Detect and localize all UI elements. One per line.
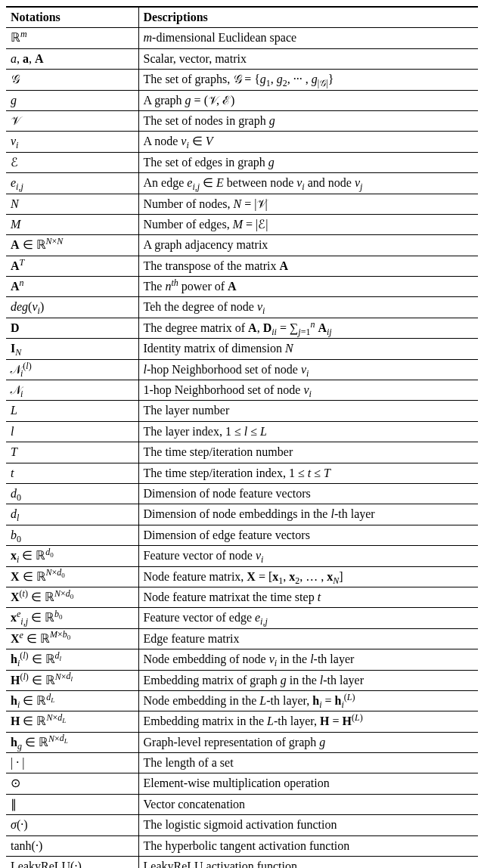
table-row: ⊙Element-wise multiplication operation xyxy=(6,773,478,794)
description-cell: m-dimensional Euclidean space xyxy=(138,28,478,48)
notation-cell: A ∈ ℝN×N xyxy=(6,235,138,256)
table-row: 𝒢The set of graphs, 𝒢 = {g1, g2, ··· , g… xyxy=(6,70,478,90)
notation-cell: X ∈ ℝN×d0 xyxy=(6,566,138,587)
notation-cell: b0 xyxy=(6,525,138,545)
description-cell: The set of graphs, 𝒢 = {g1, g2, ··· , g|… xyxy=(138,70,478,90)
description-cell: Vector concatenation xyxy=(138,794,478,814)
table-row: gA graph g = (𝒱, ℰ) xyxy=(6,90,478,110)
table-row: ℝmm-dimensional Euclidean space xyxy=(6,28,478,48)
table-row: AnThe nth power of A xyxy=(6,277,478,297)
description-cell: Identity matrix of dimension N xyxy=(138,339,478,359)
notation-cell: dl xyxy=(6,504,138,525)
table-row: H(l) ∈ ℝN×dlEmbedding matrix of graph g … xyxy=(6,670,478,690)
table-row: NNumber of nodes, N = |𝒱| xyxy=(6,194,478,214)
description-cell: Number of edges, M = |ℰ| xyxy=(138,214,478,234)
table-row: b0Dimension of edge feature vectors xyxy=(6,525,478,545)
description-cell: Edge feature matrix xyxy=(138,628,478,649)
table-row: A ∈ ℝN×NA graph adjacency matrix xyxy=(6,235,478,256)
notation-cell: hi ∈ ℝdL xyxy=(6,690,138,711)
notation-cell: ℰ xyxy=(6,152,138,172)
description-cell: The layer index, 1 ≤ l ≤ L xyxy=(138,421,478,442)
description-cell: Teh the degree of node vi xyxy=(138,297,478,318)
table-row: MNumber of edges, M = |ℰ| xyxy=(6,214,478,234)
description-cell: The hyperbolic tangent activation functi… xyxy=(138,835,478,856)
description-cell: Graph-level representation of graph g xyxy=(138,732,478,752)
notation-cell: X(t) ∈ ℝN×d0 xyxy=(6,587,138,607)
description-cell: An edge ei,j ∈ E between node vi and nod… xyxy=(138,173,478,194)
notation-cell: vi xyxy=(6,132,138,152)
description-cell: The time step/iteration number xyxy=(138,442,478,463)
notation-cell: N xyxy=(6,194,138,214)
notation-cell: | · | xyxy=(6,753,138,773)
notation-cell: AT xyxy=(6,256,138,276)
description-cell: A graph adjacency matrix xyxy=(138,235,478,256)
table-row: tThe time step/iteration index, 1 ≤ t ≤ … xyxy=(6,463,478,483)
description-cell: Dimension of node feature vectors xyxy=(138,483,478,504)
description-cell: Element-wise multiplication operation xyxy=(138,773,478,794)
table-row: X ∈ ℝN×d0Node feature matrix, X = [x1, x… xyxy=(6,566,478,587)
notation-cell: 𝒱 xyxy=(6,110,138,131)
notation-cell: H ∈ ℝN×dL xyxy=(6,711,138,732)
table-row: hi ∈ ℝdLNode embedding in the L-th layer… xyxy=(6,690,478,711)
notation-cell: 𝒩i xyxy=(6,380,138,401)
notation-cell: d0 xyxy=(6,483,138,504)
notation-cell: hg ∈ ℝN×dL xyxy=(6,732,138,752)
notation-cell: An xyxy=(6,277,138,297)
table-row: ℰThe set of edges in graph g xyxy=(6,152,478,172)
notation-cell: l xyxy=(6,421,138,442)
description-cell: 1-hop Neighborhood set of node vi xyxy=(138,380,478,401)
table-row: dlDimension of node embeddings in the l-… xyxy=(6,504,478,525)
table-row: | · |The length of a set xyxy=(6,753,478,773)
notation-cell: xi ∈ ℝd0 xyxy=(6,546,138,566)
table-row: H ∈ ℝN×dLEmbedding matrix in the L-th la… xyxy=(6,711,478,732)
description-cell: Embedding matrix in the L-th layer, H = … xyxy=(138,711,478,732)
notation-cell: LeakyReLU(·) xyxy=(6,857,138,868)
notation-cell: ∥ xyxy=(6,794,138,814)
table-row: ei,jAn edge ei,j ∈ E between node vi and… xyxy=(6,173,478,194)
table-row: σ(·)The logistic sigmoid activation func… xyxy=(6,815,478,835)
notation-cell: ℝm xyxy=(6,28,138,48)
description-cell: Node embedding in the L-th layer, hi = h… xyxy=(138,690,478,711)
table-row: X(t) ∈ ℝN×d0Node feature matrixat the ti… xyxy=(6,587,478,607)
table-row: DThe degree matrix of A, Dii = ∑j=1n Aij xyxy=(6,318,478,338)
description-cell: Node feature matrixat the time step t xyxy=(138,587,478,607)
table-row: TThe time step/iteration number xyxy=(6,442,478,463)
description-cell: The layer number xyxy=(138,401,478,421)
notation-cell: 𝒩i(l) xyxy=(6,359,138,380)
table-row: hi(l) ∈ ℝdlNode embedding of node vi in … xyxy=(6,649,478,670)
table-row: tanh(·)The hyperbolic tangent activation… xyxy=(6,835,478,856)
description-cell: Dimension of edge feature vectors xyxy=(138,525,478,545)
notation-cell: xei,j ∈ ℝb0 xyxy=(6,608,138,628)
notation-cell: T xyxy=(6,442,138,463)
notation-cell: IN xyxy=(6,339,138,359)
description-cell: The nth power of A xyxy=(138,277,478,297)
description-cell: The set of nodes in graph g xyxy=(138,110,478,131)
notation-cell: 𝒢 xyxy=(6,70,138,90)
description-cell: A graph g = (𝒱, ℰ) xyxy=(138,90,478,110)
description-cell: The length of a set xyxy=(138,753,478,773)
table-header-row: Notations Descriptions xyxy=(6,7,478,28)
description-cell: Scalar, vector, matrix xyxy=(138,48,478,69)
description-cell: Embedding matrix of graph g in the l-th … xyxy=(138,670,478,690)
notation-cell: tanh(·) xyxy=(6,835,138,856)
notation-cell: M xyxy=(6,214,138,234)
description-cell: Feature vector of node vi xyxy=(138,546,478,566)
table-row: lThe layer index, 1 ≤ l ≤ L xyxy=(6,421,478,442)
description-cell: The transpose of the matrix A xyxy=(138,256,478,276)
table-row: xei,j ∈ ℝb0Feature vector of edge ei,j xyxy=(6,608,478,628)
notation-cell: L xyxy=(6,401,138,421)
description-cell: The degree matrix of A, Dii = ∑j=1n Aij xyxy=(138,318,478,338)
description-cell: LeakyReLU activation function xyxy=(138,857,478,868)
description-cell: Node embedding of node vi in the l-th la… xyxy=(138,649,478,670)
table-row: LThe layer number xyxy=(6,401,478,421)
table-row: LeakyReLU(·)LeakyReLU activation functio… xyxy=(6,857,478,868)
table-row: ATThe transpose of the matrix A xyxy=(6,256,478,276)
table-row: 𝒱The set of nodes in graph g xyxy=(6,110,478,131)
notation-cell: H(l) ∈ ℝN×dl xyxy=(6,670,138,690)
notation-cell: g xyxy=(6,90,138,110)
description-cell: Dimension of node embeddings in the l-th… xyxy=(138,504,478,525)
description-cell: Node feature matrix, X = [x1, x2, … , xN… xyxy=(138,566,478,587)
description-cell: The time step/iteration index, 1 ≤ t ≤ T xyxy=(138,463,478,483)
table-row: Xe ∈ ℝM×b0Edge feature matrix xyxy=(6,628,478,649)
notation-cell: hi(l) ∈ ℝdl xyxy=(6,649,138,670)
